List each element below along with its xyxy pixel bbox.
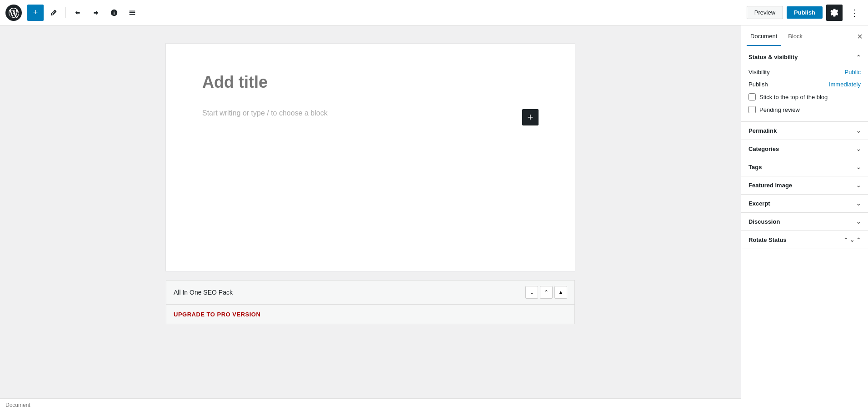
list-view-button[interactable] [124, 5, 140, 21]
pending-review-row: Pending review [748, 103, 861, 116]
status-bar: Document [0, 398, 741, 411]
section-discussion: Discussion ⌄ [741, 213, 868, 231]
rotate-status-controls: ⌃ ⌄ ⌃ [843, 237, 861, 243]
editor-area: Start writing or type / to choose a bloc… [0, 25, 741, 411]
chevron-up-rotate-icon: ⌃ [843, 237, 848, 243]
sidebar-close-button[interactable]: × [857, 31, 863, 42]
more-options-button[interactable]: ⋮ [846, 5, 863, 21]
status-visibility-content: Visibility Public Publish Immediately St… [741, 66, 868, 121]
upgrade-link[interactable]: UPGRADE TO PRO VERSION [174, 311, 260, 318]
section-categories: Categories ⌄ [741, 140, 868, 158]
main-layout: Start writing or type / to choose a bloc… [0, 25, 868, 411]
chevron-down-tags-icon: ⌄ [856, 164, 861, 170]
publish-value[interactable]: Immediately [829, 81, 861, 88]
edit-mode-button[interactable] [45, 5, 62, 21]
preview-button[interactable]: Preview [747, 6, 783, 19]
section-tags-header[interactable]: Tags ⌄ [741, 158, 868, 176]
section-featured-image-header[interactable]: Featured image ⌄ [741, 176, 868, 194]
pending-review-label: Pending review [759, 106, 800, 113]
editor-scroll[interactable]: Start writing or type / to choose a bloc… [0, 25, 741, 398]
sidebar: Document Block × Status & visibility ⌃ V… [741, 25, 868, 411]
section-rotate-status-header[interactable]: Rotate Status ⌃ ⌄ ⌃ [741, 231, 868, 249]
pencil-icon [50, 9, 58, 17]
section-excerpt: Excerpt ⌄ [741, 195, 868, 213]
visibility-row: Visibility Public [748, 66, 861, 78]
stick-to-top-label: Stick to the top of the blog [759, 94, 828, 100]
gear-icon [830, 9, 838, 17]
sidebar-tabs: Document Block × [741, 25, 868, 48]
visibility-value[interactable]: Public [845, 69, 861, 75]
section-discussion-header[interactable]: Discussion ⌄ [741, 213, 868, 231]
visibility-label: Visibility [748, 69, 770, 75]
seo-collapse-button[interactable]: ⌄ [525, 286, 538, 299]
stick-to-top-checkbox[interactable] [748, 93, 756, 100]
section-permalink: Permalink ⌄ [741, 122, 868, 140]
pending-review-checkbox[interactable] [748, 106, 756, 113]
info-icon [110, 9, 118, 17]
redo-icon [92, 9, 100, 17]
post-title-input[interactable] [202, 71, 539, 94]
info-button[interactable] [106, 5, 122, 21]
section-categories-label: Categories [748, 145, 779, 152]
section-discussion-label: Discussion [748, 218, 780, 225]
status-bar-label: Document [5, 402, 30, 408]
content-placeholder: Start writing or type / to choose a bloc… [202, 109, 515, 117]
chevron-down-categories-icon: ⌄ [856, 146, 861, 152]
seo-controls: ⌄ ⌃ ▲ [525, 286, 567, 299]
chevron-down-featured-icon: ⌄ [856, 182, 861, 189]
wp-logo [5, 5, 22, 21]
tab-document[interactable]: Document [747, 27, 781, 46]
section-featured-image-label: Featured image [748, 182, 792, 189]
seo-panel-header[interactable]: All In One SEO Pack ⌄ ⌃ ▲ [166, 281, 574, 305]
content-area: Start writing or type / to choose a bloc… [202, 109, 539, 125]
publish-label: Publish [748, 81, 768, 88]
publish-row: Publish Immediately [748, 78, 861, 90]
stick-to-top-row: Stick to the top of the blog [748, 90, 861, 103]
publish-button[interactable]: Publish [787, 6, 823, 19]
section-excerpt-label: Excerpt [748, 200, 770, 207]
add-block-toolbar-button[interactable]: + [27, 5, 44, 21]
chevron-down-excerpt-icon: ⌄ [856, 200, 861, 207]
tab-block[interactable]: Block [784, 27, 806, 46]
editor-canvas: Start writing or type / to choose a bloc… [166, 44, 575, 271]
section-featured-image: Featured image ⌄ [741, 176, 868, 195]
chevron-up2-rotate-icon: ⌃ [856, 237, 861, 243]
section-permalink-header[interactable]: Permalink ⌄ [741, 122, 868, 140]
seo-upgrade-section: UPGRADE TO PRO VERSION [166, 305, 574, 324]
chevron-up-icon: ⌃ [856, 54, 861, 60]
chevron-down-discussion-icon: ⌄ [856, 219, 861, 225]
seo-expand-button[interactable]: ⌃ [540, 286, 553, 299]
toolbar-right: Preview Publish ⋮ [747, 5, 863, 21]
toolbar-separator-1 [65, 7, 66, 18]
section-permalink-label: Permalink [748, 127, 777, 134]
section-excerpt-header[interactable]: Excerpt ⌄ [741, 195, 868, 212]
section-status-visibility-label: Status & visibility [748, 54, 798, 60]
section-status-visibility: Status & visibility ⌃ Visibility Public … [741, 48, 868, 122]
add-block-content-button[interactable]: + [522, 109, 539, 125]
seo-panel-title: All In One SEO Pack [174, 289, 522, 296]
undo-button[interactable] [70, 5, 86, 21]
list-view-icon [128, 9, 136, 17]
seo-close-button[interactable]: ▲ [554, 286, 567, 299]
section-rotate-status-label: Rotate Status [748, 236, 787, 243]
section-rotate-status: Rotate Status ⌃ ⌄ ⌃ [741, 231, 868, 249]
undo-icon [74, 9, 82, 17]
section-tags-label: Tags [748, 164, 762, 170]
redo-button[interactable] [88, 5, 104, 21]
section-status-visibility-header[interactable]: Status & visibility ⌃ [741, 48, 868, 66]
wp-logo-icon [9, 8, 19, 18]
seo-panel: All In One SEO Pack ⌄ ⌃ ▲ UPGRADE TO PRO… [166, 280, 575, 324]
chevron-down-permalink-icon: ⌄ [856, 128, 861, 134]
settings-button[interactable] [826, 5, 843, 21]
section-categories-header[interactable]: Categories ⌄ [741, 140, 868, 158]
chevron-down-rotate-icon: ⌄ [850, 237, 854, 243]
section-tags: Tags ⌄ [741, 158, 868, 176]
toolbar: + Preview Publish ⋮ [0, 0, 868, 25]
